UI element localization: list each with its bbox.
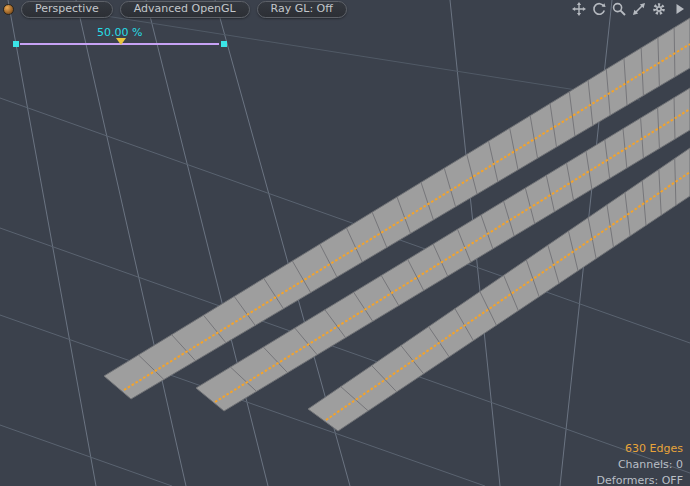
viewport-canvas[interactable] [0, 0, 690, 486]
viewport-toolbar: Perspective Advanced OpenGL Ray GL: Off [0, 1, 347, 18]
viewport-nav-toolbar [572, 2, 686, 16]
settings-gear-icon[interactable] [652, 2, 666, 16]
pan-icon[interactable] [572, 2, 586, 16]
viewport-status: 630 Edges Channels: 0 Deformers: OFF [597, 441, 683, 486]
orbit-icon[interactable] [592, 2, 606, 16]
shading-mode-button[interactable]: Advanced OpenGL [120, 1, 250, 18]
camera-view-button[interactable]: Perspective [21, 1, 113, 18]
channels-label: Channels: 0 [597, 457, 683, 473]
maximize-icon[interactable] [632, 2, 646, 16]
slider-left-handle[interactable] [13, 41, 19, 47]
deformers-label: Deformers: OFF [597, 473, 683, 486]
slider-marker-triangle-icon[interactable] [116, 38, 126, 45]
3d-viewport: Perspective Advanced OpenGL Ray GL: Off … [0, 0, 690, 486]
zoom-icon[interactable] [612, 2, 626, 16]
edge-count-label: 630 Edges [597, 441, 683, 457]
slider-right-handle[interactable] [221, 41, 227, 47]
viewport-corner-dot-icon[interactable] [3, 4, 14, 15]
flyout-arrow-icon[interactable] [672, 2, 686, 16]
raygl-toggle-button[interactable]: Ray GL: Off [257, 1, 347, 18]
